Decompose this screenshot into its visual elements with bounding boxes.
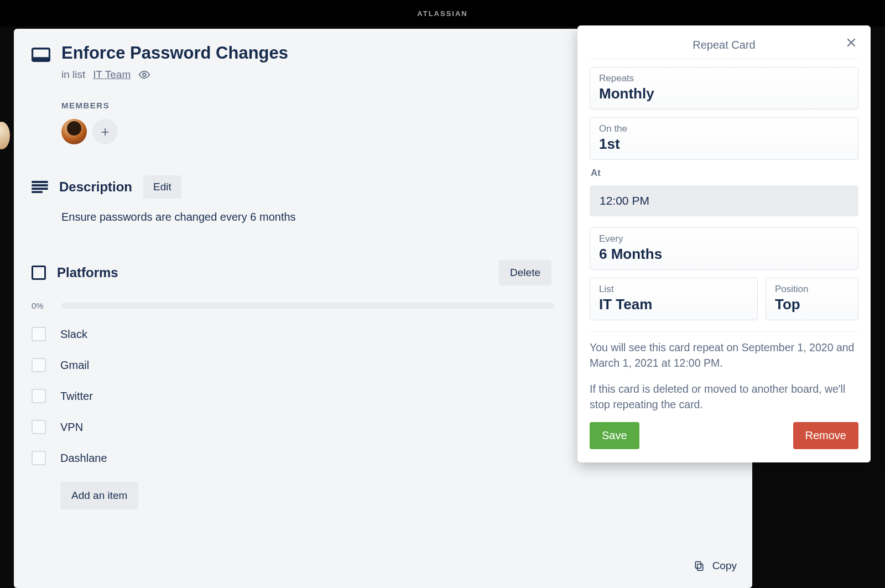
every-label: Every	[599, 233, 849, 244]
every-field[interactable]: Every 6 Months	[590, 227, 858, 270]
progress-percent: 0%	[32, 301, 50, 310]
member-avatar[interactable]	[61, 119, 87, 144]
position-field[interactable]: Position Top	[766, 278, 858, 320]
list-field[interactable]: List IT Team	[590, 278, 758, 320]
svg-rect-7	[697, 564, 702, 571]
repeat-card-popover: Repeat Card Repeats Monthly On the 1st A…	[577, 25, 871, 462]
at-label: At	[591, 168, 858, 179]
svg-rect-4	[32, 184, 48, 186]
checkbox[interactable]	[32, 389, 46, 403]
app-header: ATLASSIAN	[0, 0, 885, 27]
on-the-label: On the	[599, 123, 849, 134]
add-member-button[interactable]: +	[92, 119, 118, 144]
checklist-item-label: Gmail	[60, 359, 89, 372]
card-title[interactable]: Enforce Password Changes	[61, 42, 288, 64]
copy-card-button[interactable]: Copy	[694, 560, 737, 572]
edit-description-button[interactable]: Edit	[143, 175, 181, 199]
remove-button[interactable]: Remove	[793, 422, 858, 449]
progress-bar	[61, 303, 554, 309]
in-list-prefix: in list	[61, 69, 85, 81]
repeats-label: Repeats	[599, 73, 849, 84]
position-label: Position	[775, 284, 849, 295]
repeat-info-1: You will see this card repeat on Septemb…	[590, 340, 858, 371]
svg-rect-3	[32, 181, 48, 183]
svg-rect-5	[32, 188, 48, 190]
copy-icon	[694, 560, 705, 571]
list-link[interactable]: IT Team	[93, 69, 131, 81]
background-avatar	[0, 122, 10, 149]
repeats-field[interactable]: Repeats Monthly	[590, 67, 858, 110]
card-icon	[32, 48, 50, 62]
svg-point-2	[143, 74, 147, 77]
description-icon	[32, 181, 48, 193]
add-checklist-item-button[interactable]: Add an item	[60, 482, 138, 509]
checklist-item-label: Dashlane	[60, 452, 107, 465]
list-label: List	[599, 284, 748, 295]
close-icon[interactable]	[846, 37, 856, 51]
checklist-icon	[32, 266, 46, 280]
checkbox[interactable]	[32, 451, 46, 465]
copy-label: Copy	[712, 560, 737, 572]
time-value: 12:00 PM	[600, 194, 649, 207]
brand-label: ATLASSIAN	[417, 9, 467, 18]
position-value: Top	[775, 296, 849, 313]
svg-rect-8	[695, 562, 701, 569]
delete-checklist-button[interactable]: Delete	[499, 260, 551, 285]
checklist-item-label: VPN	[60, 421, 83, 434]
on-the-value: 1st	[599, 136, 849, 153]
time-field[interactable]: 12:00 PM	[590, 185, 858, 216]
repeat-info-2: If this card is deleted or moved to anot…	[590, 381, 858, 413]
on-the-field[interactable]: On the 1st	[590, 117, 858, 160]
svg-rect-6	[32, 191, 43, 194]
every-value: 6 Months	[599, 246, 849, 263]
description-heading: Description	[59, 179, 132, 195]
checkbox[interactable]	[32, 327, 46, 341]
list-value: IT Team	[599, 296, 748, 313]
repeats-value: Monthly	[599, 85, 849, 102]
popover-title: Repeat Card	[693, 39, 755, 51]
save-button[interactable]: Save	[590, 422, 639, 449]
svg-rect-1	[32, 57, 49, 61]
checklist-item-label: Twitter	[60, 390, 93, 403]
checkbox[interactable]	[32, 420, 46, 434]
checkbox[interactable]	[32, 358, 46, 372]
watch-icon[interactable]	[138, 69, 150, 81]
checklist-title[interactable]: Platforms	[57, 265, 118, 280]
checklist-item-label: Slack	[60, 328, 87, 341]
